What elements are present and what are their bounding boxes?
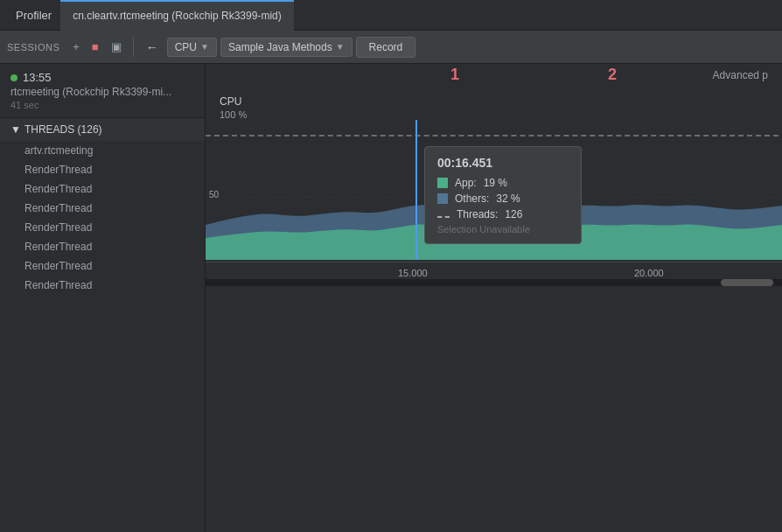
thread-list: ▼ THREADS (126) artv.rtcmeeting RenderTh…	[0, 118, 205, 532]
main-tab[interactable]: cn.cleartv.rtcmeeting (Rockchip Rk3399-m…	[60, 0, 294, 31]
right-panel: 1 2 Advanced p CPU 100 %	[206, 64, 782, 532]
sessions-label: SESSIONS	[7, 42, 65, 52]
tooltip-app-label: App:	[455, 177, 477, 189]
toolbar: SESSIONS + ■ ▣ ← CPU ▼ Sample Java Metho…	[0, 31, 782, 64]
main-content: 13:55 rtcmeeting (Rockchip Rk3399-mi... …	[0, 64, 782, 532]
add-session-button[interactable]: +	[68, 38, 84, 56]
scrollbar-area[interactable]	[206, 279, 782, 286]
thread-item-0[interactable]: artv.rtcmeeting	[0, 141, 205, 160]
cpu-dropdown[interactable]: CPU ▼	[167, 38, 217, 57]
advanced-label: Advanced p	[713, 69, 768, 81]
chart-percent-100: 100 %	[206, 109, 782, 120]
thread-item-5[interactable]: RenderThread	[0, 237, 205, 256]
callout-2: 2	[608, 66, 617, 84]
left-panel: 13:55 rtcmeeting (Rockchip Rk3399-mi... …	[0, 64, 206, 532]
cpu-label: CPU	[175, 41, 197, 53]
cpu-chart-area: CPU 100 % 50	[206, 90, 782, 532]
title-bar: Profiler cn.cleartv.rtcmeeting (Rockchip…	[0, 0, 782, 31]
tooltip: 00:16.451 App: 19 % Others: 32 % Threads…	[424, 146, 582, 244]
sample-java-dropdown[interactable]: Sample Java Methods ▼	[220, 38, 353, 57]
layout-button[interactable]: ▣	[107, 38, 126, 56]
chart-title: CPU	[206, 90, 782, 109]
cpu-chart-wrapper[interactable]: 50 00:16.451 App: 19 % Others: 32 %	[206, 120, 782, 260]
thread-header[interactable]: ▼ THREADS (126)	[0, 118, 205, 141]
thread-item-6[interactable]: RenderThread	[0, 256, 205, 276]
timeline-label-20: 20.000	[634, 268, 664, 278]
sample-java-label: Sample Java Methods	[228, 41, 332, 53]
tooltip-threads-label: Threads:	[457, 208, 498, 220]
status-dot	[10, 74, 17, 81]
session-duration: 41 sec	[10, 100, 194, 110]
record-button[interactable]: Record	[356, 37, 416, 58]
app-swatch	[437, 178, 448, 188]
separator	[133, 38, 134, 57]
callout-1: 1	[450, 66, 459, 84]
tooltip-unavail: Selection Unavailable	[437, 224, 569, 234]
profiler-label: Profiler	[7, 0, 60, 31]
thread-item-7[interactable]: RenderThread	[0, 276, 205, 295]
session-time: 13:55	[23, 71, 52, 84]
thread-item-3[interactable]: RenderThread	[0, 199, 205, 218]
scrollbar-thumb[interactable]	[721, 279, 773, 286]
stop-button[interactable]: ■	[87, 38, 103, 56]
session-name: rtcmeeting (Rockchip Rk3399-mi...	[10, 86, 194, 98]
timeline-axis: 15.000 20.000	[206, 262, 782, 279]
timeline-label-15: 15.000	[398, 268, 428, 278]
tooltip-time: 00:16.451	[437, 156, 569, 170]
tooltip-app-value: 19 %	[484, 177, 507, 189]
sample-java-arrow: ▼	[336, 42, 345, 52]
tooltip-others-value: 32 %	[496, 192, 520, 205]
tooltip-others-label: Others:	[455, 192, 489, 205]
expand-icon: ▼	[10, 123, 21, 136]
tooltip-others-row: Others: 32 %	[437, 192, 569, 205]
tooltip-app-row: App: 19 %	[437, 177, 569, 189]
thread-item-2[interactable]: RenderThread	[0, 179, 205, 199]
tooltip-threads-row: Threads: 126	[437, 208, 569, 220]
thread-item-4[interactable]: RenderThread	[0, 218, 205, 237]
session-time-row: 13:55	[10, 71, 194, 84]
back-button[interactable]: ←	[141, 38, 164, 56]
tooltip-threads-value: 126	[505, 208, 522, 220]
thread-count-label: THREADS (126)	[24, 123, 102, 136]
others-swatch	[437, 193, 448, 204]
session-item[interactable]: 13:55 rtcmeeting (Rockchip Rk3399-mi... …	[0, 64, 205, 118]
cpu-dropdown-arrow: ▼	[200, 42, 209, 52]
chart-y-label-50: 50	[209, 190, 219, 200]
thread-item-1[interactable]: RenderThread	[0, 160, 205, 179]
threads-swatch	[437, 216, 450, 218]
